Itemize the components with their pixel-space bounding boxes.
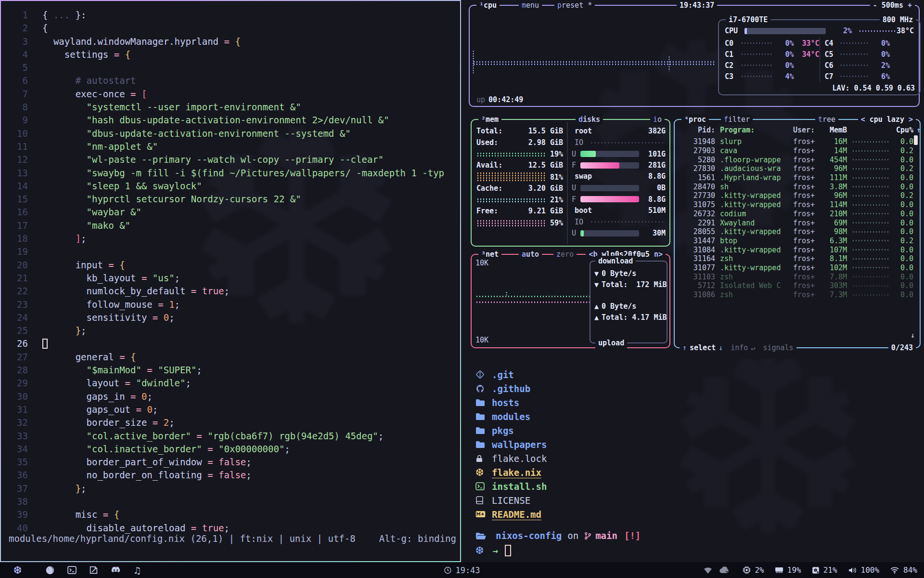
interval-plus-button[interactable]: + xyxy=(908,0,912,11)
process-row[interactable]: 31948slurpfros+16M0.0 xyxy=(679,137,914,146)
disk-module[interactable]: 21% xyxy=(812,565,837,575)
mem-box-title[interactable]: ²mem xyxy=(478,114,501,125)
editor-line[interactable]: 15 "hyprctl setcursor Nordzy-cursors 22 … xyxy=(1,193,460,206)
editor-line[interactable]: 7 exec-once = [ xyxy=(1,88,460,101)
cpu-chip-module[interactable]: 2% xyxy=(743,565,764,575)
process-row[interactable]: 31075.kitty-wrappedfros+114M0.0 xyxy=(679,200,914,210)
process-row[interactable]: 1561.Hyprland-wrapfros+111M0.0 xyxy=(679,173,914,183)
proc-info-action[interactable]: info xyxy=(731,342,748,353)
net-zero-button[interactable]: zero xyxy=(553,249,577,260)
proc-sort-selector[interactable]: < cpu lazy > xyxy=(858,114,916,125)
waybar-status: 2%19%21%100%84% xyxy=(704,562,917,578)
editor-lines[interactable]: 1{ ... }:2{3 wayland.windowManager.hyprl… xyxy=(1,9,460,535)
editor-line[interactable]: 19 xyxy=(1,245,460,258)
mem-stat-row: Cache:3.20 GiB xyxy=(476,183,563,195)
editor-line[interactable]: 33 "col.active_border" = "rgb(cba6f7) rg… xyxy=(1,430,460,443)
process-row[interactable]: 31077.kitty-wrappedfros+102M0.0 xyxy=(679,263,914,273)
nix-logo-icon[interactable]: ❆ xyxy=(13,565,33,576)
editor-line[interactable]: 2{ xyxy=(1,22,460,35)
editor-line[interactable]: 17 "mako &" xyxy=(1,219,460,232)
music-icon[interactable]: ♫ xyxy=(133,565,141,576)
firefox-icon[interactable] xyxy=(45,565,55,575)
editor-line[interactable]: 18 ]; xyxy=(1,232,460,245)
process-row[interactable]: 28470shfros+3.8M0.0 xyxy=(679,182,914,191)
process-row[interactable]: 31086zshfros+7.3M0.0 xyxy=(679,290,914,300)
volume-module[interactable]: 100% xyxy=(848,565,880,575)
process-row[interactable]: 2291Xwaylandfros+69M0.0 xyxy=(679,218,914,227)
process-row[interactable]: 5280.floorp-wrappefros+454M0.0 xyxy=(679,155,914,164)
editor-line[interactable]: 14 "sleep 1 && swaylock" xyxy=(1,180,460,193)
net-box-title[interactable]: ³net xyxy=(478,249,501,260)
interval-minus-button[interactable]: - xyxy=(873,0,877,11)
cpu-interval-control[interactable]: - 500ms + xyxy=(870,0,915,11)
terminal-window[interactable]: ❆ .git.githubhostsmodulespkgswallpapersf… xyxy=(461,359,924,562)
process-row[interactable]: 31164zshfros+8.1M0.0 xyxy=(679,254,914,263)
proc-header[interactable]: Pid: Program: User: MemB Cpu% ↑ xyxy=(679,126,914,134)
cpu-menu-button[interactable]: menu xyxy=(519,0,542,11)
wifi-module[interactable]: 84% xyxy=(890,565,917,575)
editor-line[interactable]: 4 settings = { xyxy=(1,48,460,61)
process-row[interactable]: 28055.kitty-wrappedfros+98M0.0 xyxy=(679,227,914,236)
memory-module[interactable]: 19% xyxy=(775,565,801,575)
proc-filter-button[interactable]: filter xyxy=(721,114,753,125)
editor-line[interactable]: 21 kb_layout = "us"; xyxy=(1,272,460,285)
shell-input-line[interactable]: ❆ → xyxy=(475,543,511,558)
editor-line[interactable]: 32 border_size = 2; xyxy=(1,416,460,429)
tray-passive-icons[interactable] xyxy=(704,566,730,574)
proc-tree-button[interactable]: tree xyxy=(815,114,838,125)
editor-line[interactable]: 6 # autostart xyxy=(1,74,460,87)
editor-line[interactable]: 22 numlock_by_default = true; xyxy=(1,285,460,298)
editor-line[interactable]: 38 xyxy=(1,495,460,508)
process-row[interactable]: 31447btopfros+6.3M0.2 xyxy=(679,236,914,246)
editor-line[interactable]: 1{ ... }: xyxy=(1,9,460,22)
process-row[interactable]: 31103zshfros+7.8M0.0 xyxy=(679,272,914,281)
editor-line[interactable]: 10 "dbus-update-activation-environment -… xyxy=(1,127,460,140)
proc-select-action[interactable]: select xyxy=(690,342,716,353)
cpu-preset-button[interactable]: preset * xyxy=(554,0,595,11)
discord-icon[interactable] xyxy=(111,566,121,574)
notes-icon[interactable] xyxy=(89,565,98,575)
editor-line[interactable]: 28 "$mainMod" = "SUPER"; xyxy=(1,364,460,377)
process-row[interactable]: 27903cavafros+14M0.2 xyxy=(679,146,914,156)
editor-line[interactable]: 39 misc = { xyxy=(1,508,460,521)
editor-line[interactable]: 35 border_part_of_window = false; xyxy=(1,456,460,469)
process-row[interactable]: 27730.kitty-wrappedfros+96M0.2 xyxy=(679,191,914,200)
editor-line[interactable]: 25 }; xyxy=(1,324,460,337)
terminal-icon[interactable] xyxy=(67,566,77,574)
proc-footer-legend[interactable]: ↑ select ↓ info ↵ signals xyxy=(680,342,796,353)
editor-line[interactable]: 16 "waybar &" xyxy=(1,206,460,219)
disks-title[interactable]: disks xyxy=(576,114,603,125)
editor-line[interactable]: 8 "systemctl --user import-environment &… xyxy=(1,101,460,114)
editor-line[interactable]: 26 xyxy=(1,337,460,350)
editor-line[interactable]: 30 gaps_in = 0; xyxy=(1,390,460,403)
wifi-dim-icon[interactable] xyxy=(704,567,712,574)
cloud-dim-icon[interactable] xyxy=(719,566,730,574)
process-row[interactable]: 27830.audacious-wrafros+96M0.2 xyxy=(679,164,914,173)
process-row[interactable]: 31084.kitty-wrappedfros+107M0.0 xyxy=(679,245,914,254)
process-row[interactable]: 26732codiumfros+210M0.0 xyxy=(679,210,914,219)
editor-line[interactable]: 36 no_border_on_floating = false; xyxy=(1,469,460,482)
editor-line[interactable]: 20 input = { xyxy=(1,259,460,272)
editor-line[interactable]: 5 xyxy=(1,61,460,74)
github-icon xyxy=(475,384,492,393)
editor-line[interactable]: 3 wayland.windowManager.hyprland = { xyxy=(1,35,460,48)
editor-line[interactable]: 29 layout = "dwindle"; xyxy=(1,377,460,390)
net-auto-button[interactable]: auto xyxy=(519,249,542,260)
editor-line[interactable]: 31 gaps_out = 0; xyxy=(1,403,460,416)
cpu-box-title[interactable]: ¹cpu xyxy=(476,0,500,11)
proc-box-title[interactable]: ⁴proc xyxy=(681,114,709,125)
editor-line[interactable]: 9 "hash dbus-update-activation-environme… xyxy=(1,114,460,127)
proc-scrollbar[interactable] xyxy=(914,135,918,145)
editor-line[interactable]: 23 follow_mouse = 1; xyxy=(1,298,460,311)
editor-line[interactable]: 27 general = { xyxy=(1,351,460,364)
editor-line[interactable]: 34 "col.inactive_border" = "0x00000000"; xyxy=(1,443,460,456)
editor-line[interactable]: 12 "wl-paste --primary --watch wl-copy -… xyxy=(1,153,460,166)
disks-io-toggle[interactable]: io xyxy=(650,114,665,125)
editor-line[interactable]: 24 sensitivity = 0; xyxy=(1,311,460,324)
editor-line[interactable]: 37 }; xyxy=(1,482,460,495)
waybar-clock[interactable]: 19:43 xyxy=(444,562,480,578)
editor-line[interactable]: 13 "swaybg -m fill -i $(find ~/Pictures/… xyxy=(1,167,460,180)
process-row[interactable]: 5712Isolated Web Cfros+303M0.0 xyxy=(679,281,914,290)
proc-signals-action[interactable]: signals xyxy=(763,342,793,353)
editor-line[interactable]: 11 "nm-applet &" xyxy=(1,140,460,153)
